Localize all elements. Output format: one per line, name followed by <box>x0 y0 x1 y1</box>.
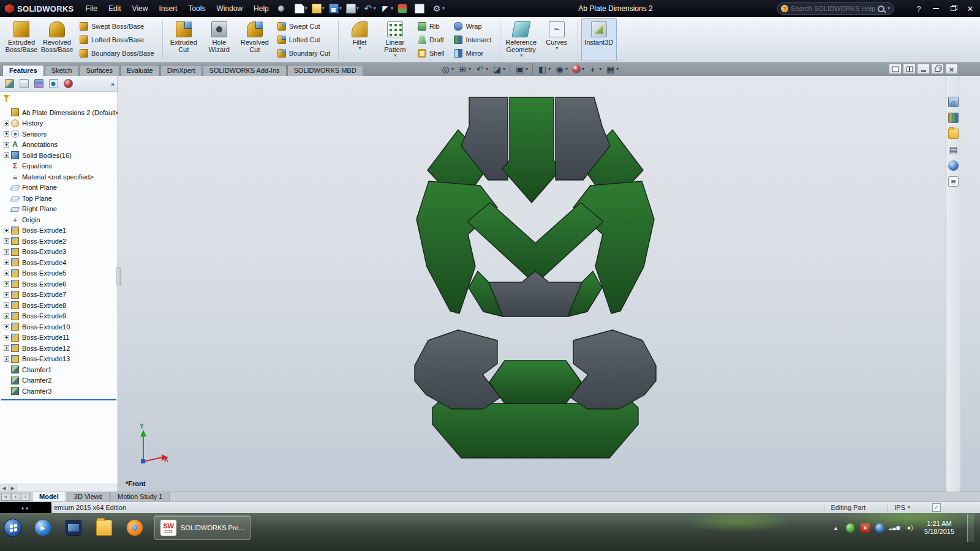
command-tab[interactable]: Surfaces <box>80 65 119 76</box>
tree-filter-input[interactable] <box>13 95 115 102</box>
tab-scroll-button[interactable]: ‹ <box>11 493 20 501</box>
tree-item[interactable]: Boss-Extrude2 <box>0 236 118 247</box>
tree-item[interactable]: Boss-Extrude4 <box>0 257 118 268</box>
restore-button[interactable] <box>944 1 962 16</box>
ribbon-button[interactable]: Extruded Boss/Base ▾ <box>4 18 39 61</box>
tree-item[interactable]: Chamfer1 <box>0 364 118 375</box>
tree-item[interactable]: Front Plane <box>0 182 118 193</box>
command-tab[interactable]: SOLIDWORKS Add-Ins <box>203 65 287 76</box>
menu-item[interactable]: Tools <box>183 0 211 17</box>
help-search[interactable]: ? ▾ <box>777 2 894 15</box>
tree-item[interactable]: Boss-Extrude12 <box>0 343 118 354</box>
show-desktop-button[interactable] <box>967 514 974 542</box>
expand-icon[interactable] <box>4 228 9 233</box>
menu-item[interactable]: View <box>127 0 154 17</box>
scrollbar-track[interactable] <box>17 484 118 492</box>
tree-root-item[interactable]: Ab Plate Dimensions 2 (Default< <box>0 107 118 118</box>
ribbon-button[interactable]: Boundary Boss/Base <box>78 48 156 59</box>
expand-icon[interactable] <box>4 152 9 158</box>
panel-tab[interactable] <box>62 78 74 90</box>
task-pane-icon[interactable] <box>948 113 959 123</box>
tree-item[interactable]: Annotations <box>0 140 118 151</box>
ribbon-button[interactable]: Wrap <box>452 21 493 32</box>
clock[interactable]: 1:21 AM 5/18/2015 <box>919 520 959 536</box>
tab-scroll-button[interactable]: « <box>1 493 10 501</box>
expand-icon[interactable] <box>4 131 9 137</box>
view-toolbar-button[interactable]: ▾ <box>510 63 530 75</box>
tree-horizontal-scrollbar[interactable]: ◀ ▶ <box>0 484 118 492</box>
ribbon-button[interactable]: Fillet ▾ <box>342 18 377 61</box>
quick-access-button[interactable]: ▾ <box>396 2 412 15</box>
view-toolbar-button[interactable]: ▾ <box>456 63 473 75</box>
command-tab[interactable]: SOLIDWORKS MBD <box>287 65 363 76</box>
menu-pin-icon[interactable] <box>278 6 284 12</box>
task-pane-icon[interactable] <box>948 129 959 139</box>
tree-item[interactable]: Boss-Extrude13 <box>0 354 118 365</box>
rollback-bar[interactable] <box>1 399 116 400</box>
doc-window-button[interactable] <box>889 64 902 74</box>
tree-item[interactable]: Equations <box>0 161 118 172</box>
expand-icon[interactable] <box>4 238 9 244</box>
document-status-icon[interactable] <box>932 503 941 512</box>
ribbon-button[interactable]: Hole Wizard ▾ <box>202 18 237 61</box>
quick-access-button[interactable]: ▾ <box>310 2 326 15</box>
close-button[interactable]: ✕ <box>962 1 979 16</box>
expand-icon[interactable] <box>4 292 9 298</box>
armor-top-center-green[interactable] <box>502 97 561 203</box>
ribbon-button[interactable]: Mirror <box>452 48 493 59</box>
tree-item[interactable]: Top Plane <box>0 193 118 204</box>
armor-shield-right[interactable] <box>570 330 656 409</box>
tree-item[interactable]: Boss-Extrude5 <box>0 268 118 279</box>
tray-icon[interactable] <box>831 523 840 533</box>
taskbar-app-button[interactable] <box>31 516 55 539</box>
ribbon-button[interactable]: Curves ▾ <box>539 18 575 61</box>
ribbon-button[interactable]: Boundary Cut <box>276 48 332 59</box>
view-toolbar-button[interactable]: ▾ <box>532 63 552 75</box>
ribbon-button[interactable]: Lofted Cut <box>276 34 332 45</box>
view-toolbar-button[interactable]: ▾ <box>473 63 490 75</box>
command-tab[interactable]: DimXpert <box>160 65 202 76</box>
ribbon-button[interactable]: Instant3D ▾ <box>581 18 617 61</box>
doc-window-button[interactable] <box>931 64 944 74</box>
quick-access-button[interactable]: ▾ <box>327 2 344 15</box>
expand-icon[interactable] <box>4 281 9 287</box>
tree-item[interactable]: Boss-Extrude9 <box>0 311 118 322</box>
tray-icon[interactable] <box>890 523 899 533</box>
panel-tab[interactable] <box>47 78 59 90</box>
tree-item[interactable]: Boss-Extrude3 <box>0 247 118 258</box>
tree-item[interactable]: Material <not specified> <box>0 171 118 182</box>
ribbon-button[interactable]: Lofted Boss/Base <box>78 34 156 45</box>
panel-tab[interactable] <box>3 78 15 90</box>
tab-scroll-button[interactable]: › <box>21 493 30 501</box>
expand-icon[interactable] <box>4 335 9 340</box>
scroll-right-icon[interactable]: ▶ <box>9 484 17 492</box>
command-tab[interactable]: Sketch <box>45 65 79 76</box>
tree-item[interactable]: Boss-Extrude11 <box>0 332 118 343</box>
ribbon-button[interactable]: Revolved Cut ▾ <box>237 18 273 61</box>
view-toolbar-button[interactable]: ▾ <box>439 63 456 75</box>
ribbon-button[interactable]: Swept Boss/Base <box>78 21 156 32</box>
panel-overflow-button[interactable]: » <box>111 80 115 88</box>
start-button[interactable] <box>4 519 22 537</box>
tree-item[interactable]: Boss-Extrude10 <box>0 321 118 332</box>
quick-access-button[interactable]: ▾ <box>361 2 378 15</box>
expand-icon[interactable] <box>4 142 9 148</box>
quick-access-button[interactable]: ▾ <box>293 2 309 15</box>
expand-icon[interactable] <box>4 313 9 319</box>
ribbon-button[interactable]: Shell <box>416 48 446 59</box>
command-tab[interactable]: Features <box>2 65 44 76</box>
expand-icon[interactable] <box>4 260 9 265</box>
help-button[interactable]: ? <box>910 1 927 16</box>
view-toolbar-button[interactable]: ▾ <box>570 63 586 75</box>
taskbar-app-button[interactable] <box>123 516 147 539</box>
quick-access-button[interactable]: ▾ <box>413 2 429 15</box>
menu-item[interactable]: Help <box>248 0 274 17</box>
help-search-input[interactable] <box>791 5 875 12</box>
armor-ab-center-gray[interactable] <box>489 271 582 317</box>
search-icon[interactable] <box>878 6 884 12</box>
tray-icon[interactable] <box>905 523 914 533</box>
expand-icon[interactable] <box>4 249 9 255</box>
taskbar-app-button[interactable] <box>92 516 116 539</box>
tree-item[interactable]: Sensors <box>0 129 118 140</box>
chevron-down-icon[interactable]: ▾ <box>888 6 890 11</box>
